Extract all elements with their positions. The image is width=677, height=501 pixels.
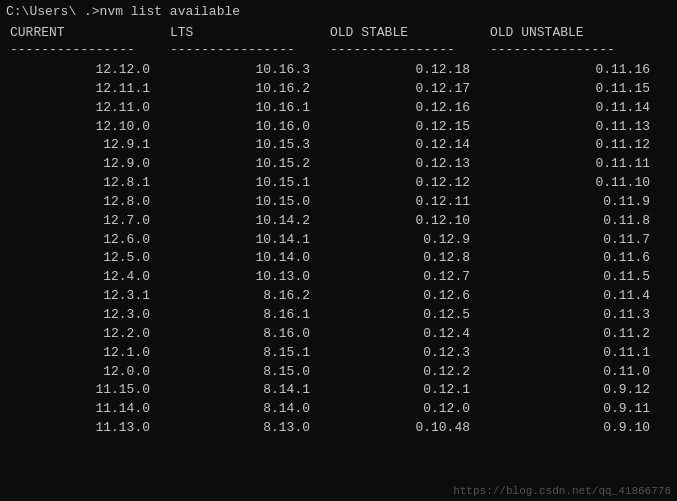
- cell-lts: 8.14.1: [170, 381, 330, 400]
- cell-current: 12.0.0: [10, 363, 170, 382]
- divider-current: ----------------: [10, 42, 170, 57]
- cell-old-stable: 0.12.10: [330, 212, 490, 231]
- table-row: 12.3.18.16.20.12.60.11.4: [10, 287, 671, 306]
- header-current: CURRENT: [10, 25, 170, 40]
- cell-old-unstable: 0.11.11: [490, 155, 650, 174]
- cell-old-unstable: 0.11.16: [490, 61, 650, 80]
- table-row: 12.8.010.15.00.12.110.11.9: [10, 193, 671, 212]
- cell-old-unstable: 0.11.1: [490, 344, 650, 363]
- cell-current: 12.7.0: [10, 212, 170, 231]
- cell-lts: 10.15.3: [170, 136, 330, 155]
- table-row: 12.11.110.16.20.12.170.11.15: [10, 80, 671, 99]
- terminal-window: C:\Users\ .>nvm list available CURRENT L…: [0, 0, 677, 501]
- cell-old-unstable: 0.11.14: [490, 99, 650, 118]
- divider-old-stable: ----------------: [330, 42, 490, 57]
- table-row: 11.14.08.14.00.12.00.9.11: [10, 400, 671, 419]
- table-row: 12.5.010.14.00.12.80.11.6: [10, 249, 671, 268]
- cell-old-unstable: 0.11.6: [490, 249, 650, 268]
- cell-lts: 8.15.1: [170, 344, 330, 363]
- header-old-unstable: OLD UNSTABLE: [490, 25, 650, 40]
- cell-old-stable: 0.12.2: [330, 363, 490, 382]
- cell-old-stable: 0.12.15: [330, 118, 490, 137]
- table-row: 12.10.010.16.00.12.150.11.13: [10, 118, 671, 137]
- cell-old-stable: 0.12.11: [330, 193, 490, 212]
- cell-old-unstable: 0.11.7: [490, 231, 650, 250]
- cell-current: 12.1.0: [10, 344, 170, 363]
- table-row: 12.6.010.14.10.12.90.11.7: [10, 231, 671, 250]
- cell-current: 11.14.0: [10, 400, 170, 419]
- table-row: 12.3.08.16.10.12.50.11.3: [10, 306, 671, 325]
- cell-old-unstable: 0.11.15: [490, 80, 650, 99]
- table-row: 11.15.08.14.10.12.10.9.12: [10, 381, 671, 400]
- cell-current: 12.9.1: [10, 136, 170, 155]
- cell-old-unstable: 0.11.2: [490, 325, 650, 344]
- cell-current: 12.8.1: [10, 174, 170, 193]
- table-row: 12.12.010.16.30.12.180.11.16: [10, 61, 671, 80]
- cell-old-stable: 0.12.5: [330, 306, 490, 325]
- cell-old-unstable: 0.11.10: [490, 174, 650, 193]
- cell-old-unstable: 0.11.13: [490, 118, 650, 137]
- cell-old-stable: 0.12.0: [330, 400, 490, 419]
- cell-old-stable: 0.12.3: [330, 344, 490, 363]
- cell-old-unstable: 0.11.5: [490, 268, 650, 287]
- cell-lts: 8.16.1: [170, 306, 330, 325]
- cell-lts: 8.16.2: [170, 287, 330, 306]
- cell-current: 12.8.0: [10, 193, 170, 212]
- cell-old-stable: 0.12.1: [330, 381, 490, 400]
- header-old-stable: OLD STABLE: [330, 25, 490, 40]
- cell-old-unstable: 0.11.9: [490, 193, 650, 212]
- table-row: 12.7.010.14.20.12.100.11.8: [10, 212, 671, 231]
- cell-current: 12.2.0: [10, 325, 170, 344]
- cell-lts: 10.16.3: [170, 61, 330, 80]
- cell-old-stable: 0.12.12: [330, 174, 490, 193]
- cell-old-stable: 0.12.7: [330, 268, 490, 287]
- cell-lts: 8.15.0: [170, 363, 330, 382]
- cell-current: 12.11.0: [10, 99, 170, 118]
- table-row: 12.11.010.16.10.12.160.11.14: [10, 99, 671, 118]
- cell-old-stable: 0.12.9: [330, 231, 490, 250]
- cell-current: 12.9.0: [10, 155, 170, 174]
- cell-old-stable: 0.10.48: [330, 419, 490, 438]
- cell-current: 12.11.1: [10, 80, 170, 99]
- table-row: 12.0.08.15.00.12.20.11.0: [10, 363, 671, 382]
- table-headers: CURRENT LTS OLD STABLE OLD UNSTABLE: [10, 25, 671, 40]
- table-row: 12.9.110.15.30.12.140.11.12: [10, 136, 671, 155]
- cell-lts: 8.16.0: [170, 325, 330, 344]
- cell-old-stable: 0.12.4: [330, 325, 490, 344]
- cell-old-stable: 0.12.8: [330, 249, 490, 268]
- cell-lts: 10.15.1: [170, 174, 330, 193]
- terminal-title: C:\Users\ .>nvm list available: [6, 4, 671, 19]
- cell-lts: 10.16.1: [170, 99, 330, 118]
- cell-old-stable: 0.12.16: [330, 99, 490, 118]
- cell-old-unstable: 0.11.4: [490, 287, 650, 306]
- cell-current: 12.12.0: [10, 61, 170, 80]
- cell-current: 12.4.0: [10, 268, 170, 287]
- cell-old-unstable: 0.11.12: [490, 136, 650, 155]
- cell-lts: 10.16.0: [170, 118, 330, 137]
- cell-current: 12.3.1: [10, 287, 170, 306]
- cell-old-unstable: 0.11.3: [490, 306, 650, 325]
- header-lts: LTS: [170, 25, 330, 40]
- cell-old-stable: 0.12.14: [330, 136, 490, 155]
- watermark: https://blog.csdn.net/qq_41866776: [453, 485, 671, 497]
- table-dividers: ---------------- ---------------- ------…: [10, 42, 671, 57]
- cell-lts: 10.13.0: [170, 268, 330, 287]
- table-row: 11.13.08.13.00.10.480.9.10: [10, 419, 671, 438]
- cell-current: 12.5.0: [10, 249, 170, 268]
- cell-lts: 10.15.0: [170, 193, 330, 212]
- cell-old-unstable: 0.9.12: [490, 381, 650, 400]
- cell-lts: 8.13.0: [170, 419, 330, 438]
- cell-current: 11.15.0: [10, 381, 170, 400]
- table-container: CURRENT LTS OLD STABLE OLD UNSTABLE ----…: [6, 25, 671, 438]
- cell-old-stable: 0.12.6: [330, 287, 490, 306]
- table-row: 12.8.110.15.10.12.120.11.10: [10, 174, 671, 193]
- divider-lts: ----------------: [170, 42, 330, 57]
- cell-old-unstable: 0.11.0: [490, 363, 650, 382]
- cell-lts: 8.14.0: [170, 400, 330, 419]
- cell-current: 12.10.0: [10, 118, 170, 137]
- cell-lts: 10.14.2: [170, 212, 330, 231]
- cell-old-stable: 0.12.18: [330, 61, 490, 80]
- cell-old-unstable: 0.9.11: [490, 400, 650, 419]
- cell-current: 12.3.0: [10, 306, 170, 325]
- table-row: 12.4.010.13.00.12.70.11.5: [10, 268, 671, 287]
